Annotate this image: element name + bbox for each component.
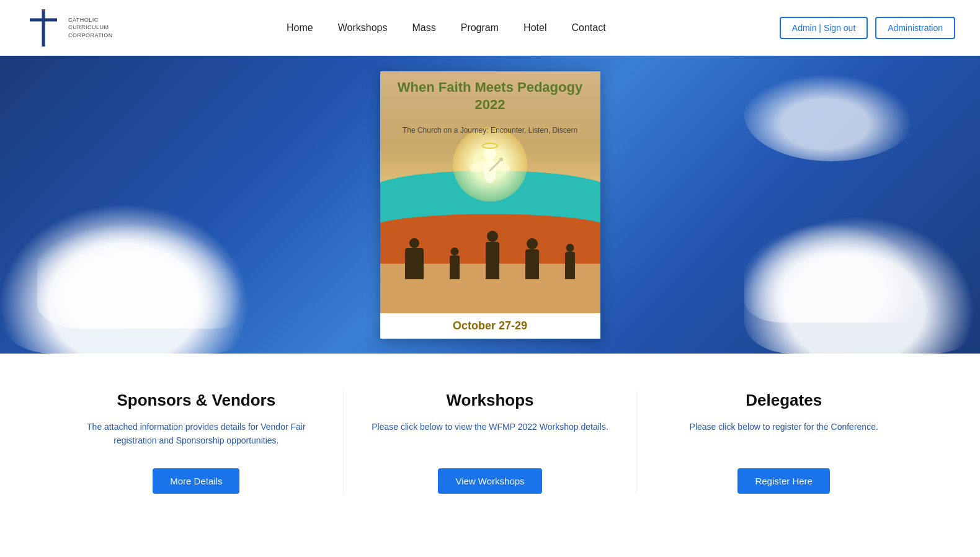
main-nav: Home Workshops Mass Program Hotel Contac… xyxy=(287,22,606,33)
figure-child2-icon xyxy=(565,252,575,279)
poster-date: October 27-29 xyxy=(380,319,600,332)
admin-signin-button[interactable]: Admin | Sign out xyxy=(780,17,868,39)
logo-cross-icon xyxy=(25,6,62,50)
conference-poster: When Faith Meets Pedagogy2022 The Church… xyxy=(380,71,600,339)
site-header: CATHOLIC CURRICULUM CORPORATION Home Wor… xyxy=(0,0,980,56)
nav-home[interactable]: Home xyxy=(287,22,313,33)
figure-adult1-icon xyxy=(486,242,499,279)
nav-contact[interactable]: Contact xyxy=(571,22,605,33)
svg-point-7 xyxy=(483,143,497,148)
silhouette-figures xyxy=(380,223,600,279)
workshops-column: Workshops Please click below to view the… xyxy=(343,391,637,494)
cloud-right2-icon xyxy=(744,211,930,323)
nav-mass[interactable]: Mass xyxy=(412,22,435,33)
header-buttons: Admin | Sign out Administration xyxy=(780,17,955,39)
svg-point-9 xyxy=(499,158,503,161)
delegates-column: Delegates Please click below to register… xyxy=(636,391,930,494)
figure-wheelchair-icon xyxy=(405,248,424,279)
logo-text: CATHOLIC CURRICULUM CORPORATION xyxy=(68,16,113,40)
delegates-title: Delegates xyxy=(662,391,906,410)
nav-program[interactable]: Program xyxy=(461,22,499,33)
sponsors-title: Sponsors & Vendors xyxy=(74,391,318,410)
nav-hotel[interactable]: Hotel xyxy=(523,22,546,33)
poster-footer: October 27-29 xyxy=(380,313,600,339)
cloud-left2-icon xyxy=(37,205,254,329)
svg-point-4 xyxy=(484,148,496,160)
sponsors-description: The attached information provides detail… xyxy=(74,420,318,451)
poster-image: When Faith Meets Pedagogy2022 The Church… xyxy=(380,71,600,313)
figure-child-icon xyxy=(450,256,460,279)
workshops-title: Workshops xyxy=(368,391,612,410)
angel-icon xyxy=(468,136,512,192)
hero-section: When Faith Meets Pedagogy2022 The Church… xyxy=(0,56,980,354)
content-section: Sponsors & Vendors The attached informat… xyxy=(0,354,980,543)
delegates-description: Please click below to register for the C… xyxy=(662,420,906,451)
figure-adult2-icon xyxy=(525,249,539,279)
logo: CATHOLIC CURRICULUM CORPORATION xyxy=(25,6,113,50)
view-workshops-button[interactable]: View Workshops xyxy=(438,468,541,494)
sponsors-column: Sponsors & Vendors The attached informat… xyxy=(50,391,343,494)
poster-subtitle: The Church on a Journey: Encounter, List… xyxy=(380,126,600,135)
nav-workshops[interactable]: Workshops xyxy=(338,22,388,33)
poster-title: When Faith Meets Pedagogy2022 xyxy=(380,79,600,114)
workshops-description: Please click below to view the WFMP 2022… xyxy=(368,420,612,451)
more-details-button[interactable]: More Details xyxy=(153,468,239,494)
administration-button[interactable]: Administration xyxy=(875,17,955,39)
cloud-top-right-icon xyxy=(744,68,918,161)
register-here-button[interactable]: Register Here xyxy=(737,468,830,494)
